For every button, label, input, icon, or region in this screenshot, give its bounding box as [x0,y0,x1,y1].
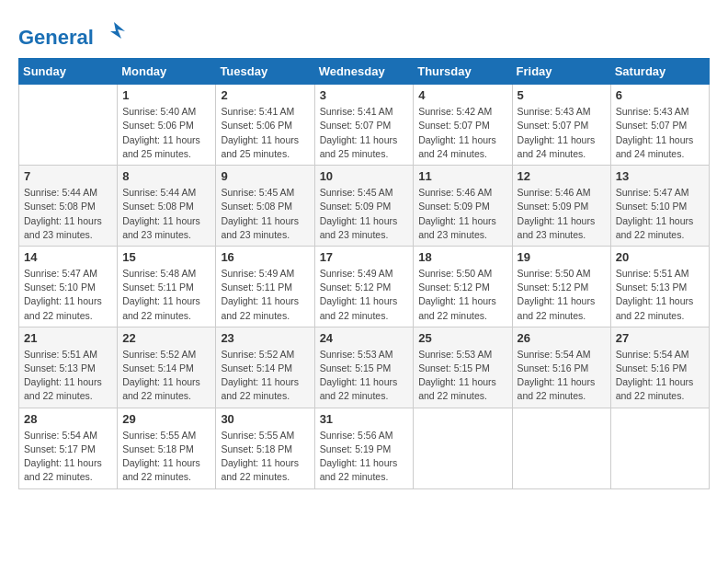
day-number: 30 [221,412,309,426]
calendar-cell: 31Sunrise: 5:56 AMSunset: 5:19 PMDayligh… [314,408,414,488]
day-info: Sunrise: 5:53 AMSunset: 5:15 PMDaylight:… [320,348,409,404]
calendar-cell: 29Sunrise: 5:55 AMSunset: 5:18 PMDayligh… [118,408,216,488]
calendar-cell [19,85,118,166]
svg-marker-0 [110,22,125,39]
day-number: 11 [418,169,506,183]
calendar-cell: 25Sunrise: 5:53 AMSunset: 5:15 PMDayligh… [414,327,512,408]
day-info: Sunrise: 5:56 AMSunset: 5:19 PMDaylight:… [320,429,409,485]
header-monday: Monday [118,59,216,85]
calendar-cell: 7Sunrise: 5:44 AMSunset: 5:08 PMDaylight… [19,166,118,247]
page-header: General [18,18,710,49]
calendar-cell: 6Sunrise: 5:43 AMSunset: 5:07 PMDaylight… [610,85,709,166]
day-info: Sunrise: 5:49 AMSunset: 5:12 PMDaylight:… [320,267,409,323]
calendar-cell: 4Sunrise: 5:42 AMSunset: 5:07 PMDaylight… [414,85,512,166]
day-info: Sunrise: 5:54 AMSunset: 5:16 PMDaylight:… [616,348,704,404]
day-info: Sunrise: 5:47 AMSunset: 5:10 PMDaylight:… [24,267,112,323]
day-number: 9 [221,169,309,183]
day-info: Sunrise: 5:51 AMSunset: 5:13 PMDaylight:… [616,267,704,323]
day-number: 31 [320,412,409,426]
calendar-cell: 22Sunrise: 5:52 AMSunset: 5:14 PMDayligh… [118,327,216,408]
header-friday: Friday [512,59,610,85]
day-number: 24 [320,331,409,345]
day-info: Sunrise: 5:45 AMSunset: 5:08 PMDaylight:… [221,186,309,242]
calendar-cell: 28Sunrise: 5:54 AMSunset: 5:17 PMDayligh… [19,408,118,488]
day-number: 8 [122,169,210,183]
header-wednesday: Wednesday [314,59,414,85]
day-info: Sunrise: 5:52 AMSunset: 5:14 PMDaylight:… [221,348,309,404]
day-info: Sunrise: 5:50 AMSunset: 5:12 PMDaylight:… [518,267,606,323]
day-number: 12 [518,169,606,183]
day-number: 19 [518,250,606,264]
day-number: 20 [616,250,704,264]
day-info: Sunrise: 5:44 AMSunset: 5:08 PMDaylight:… [122,186,210,242]
day-number: 18 [418,250,506,264]
calendar-cell [610,408,709,488]
day-number: 29 [122,412,210,426]
calendar-cell: 15Sunrise: 5:48 AMSunset: 5:11 PMDayligh… [118,246,216,327]
day-number: 25 [418,331,506,345]
calendar-cell: 12Sunrise: 5:46 AMSunset: 5:09 PMDayligh… [512,166,610,247]
day-number: 16 [221,250,309,264]
calendar-week-3: 14Sunrise: 5:47 AMSunset: 5:10 PMDayligh… [19,246,710,327]
day-info: Sunrise: 5:54 AMSunset: 5:16 PMDaylight:… [518,348,606,404]
day-info: Sunrise: 5:48 AMSunset: 5:11 PMDaylight:… [122,267,210,323]
header-thursday: Thursday [414,59,512,85]
calendar-cell: 26Sunrise: 5:54 AMSunset: 5:16 PMDayligh… [512,327,610,408]
calendar-week-2: 7Sunrise: 5:44 AMSunset: 5:08 PMDaylight… [19,166,710,247]
calendar-cell: 24Sunrise: 5:53 AMSunset: 5:15 PMDayligh… [314,327,414,408]
day-info: Sunrise: 5:55 AMSunset: 5:18 PMDaylight:… [122,429,210,485]
day-number: 27 [616,331,704,345]
calendar-header-row: SundayMondayTuesdayWednesdayThursdayFrid… [19,59,710,85]
calendar-cell: 3Sunrise: 5:41 AMSunset: 5:07 PMDaylight… [314,85,414,166]
day-info: Sunrise: 5:49 AMSunset: 5:11 PMDaylight:… [221,267,309,323]
day-info: Sunrise: 5:47 AMSunset: 5:10 PMDaylight:… [616,186,704,242]
calendar-cell: 19Sunrise: 5:50 AMSunset: 5:12 PMDayligh… [512,246,610,327]
day-info: Sunrise: 5:45 AMSunset: 5:09 PMDaylight:… [320,186,409,242]
calendar-cell: 20Sunrise: 5:51 AMSunset: 5:13 PMDayligh… [610,246,709,327]
day-number: 26 [518,331,606,345]
day-info: Sunrise: 5:52 AMSunset: 5:14 PMDaylight:… [122,348,210,404]
calendar-cell [512,408,610,488]
day-number: 15 [122,250,210,264]
calendar-cell: 9Sunrise: 5:45 AMSunset: 5:08 PMDaylight… [216,166,314,247]
day-number: 3 [320,88,409,102]
header-sunday: Sunday [19,59,118,85]
day-number: 21 [24,331,112,345]
day-number: 10 [320,169,409,183]
calendar-cell [414,408,512,488]
calendar-week-1: 1Sunrise: 5:40 AMSunset: 5:06 PMDaylight… [19,85,710,166]
day-info: Sunrise: 5:46 AMSunset: 5:09 PMDaylight:… [418,186,506,242]
calendar-cell: 17Sunrise: 5:49 AMSunset: 5:12 PMDayligh… [314,246,414,327]
day-number: 5 [518,88,606,102]
day-info: Sunrise: 5:54 AMSunset: 5:17 PMDaylight:… [24,429,112,485]
day-number: 22 [122,331,210,345]
calendar-cell: 14Sunrise: 5:47 AMSunset: 5:10 PMDayligh… [19,246,118,327]
calendar-week-4: 21Sunrise: 5:51 AMSunset: 5:13 PMDayligh… [19,327,710,408]
calendar-cell: 23Sunrise: 5:52 AMSunset: 5:14 PMDayligh… [216,327,314,408]
calendar-table: SundayMondayTuesdayWednesdayThursdayFrid… [18,58,710,488]
day-info: Sunrise: 5:42 AMSunset: 5:07 PMDaylight:… [418,105,506,161]
day-number: 17 [320,250,409,264]
day-info: Sunrise: 5:53 AMSunset: 5:15 PMDaylight:… [418,348,506,404]
day-info: Sunrise: 5:40 AMSunset: 5:06 PMDaylight:… [122,105,210,161]
logo: General [18,18,127,49]
day-number: 7 [24,169,112,183]
calendar-cell: 10Sunrise: 5:45 AMSunset: 5:09 PMDayligh… [314,166,414,247]
day-info: Sunrise: 5:55 AMSunset: 5:18 PMDaylight:… [221,429,309,485]
day-info: Sunrise: 5:41 AMSunset: 5:06 PMDaylight:… [221,105,309,161]
day-number: 4 [418,88,506,102]
header-saturday: Saturday [610,59,709,85]
calendar-cell: 18Sunrise: 5:50 AMSunset: 5:12 PMDayligh… [414,246,512,327]
calendar-cell: 13Sunrise: 5:47 AMSunset: 5:10 PMDayligh… [610,166,709,247]
day-info: Sunrise: 5:43 AMSunset: 5:07 PMDaylight:… [616,105,704,161]
logo-text: General [18,18,127,49]
day-number: 6 [616,88,704,102]
day-number: 23 [221,331,309,345]
calendar-cell: 21Sunrise: 5:51 AMSunset: 5:13 PMDayligh… [19,327,118,408]
day-info: Sunrise: 5:46 AMSunset: 5:09 PMDaylight:… [518,186,606,242]
calendar-cell: 11Sunrise: 5:46 AMSunset: 5:09 PMDayligh… [414,166,512,247]
day-number: 14 [24,250,112,264]
calendar-cell: 5Sunrise: 5:43 AMSunset: 5:07 PMDaylight… [512,85,610,166]
day-number: 28 [24,412,112,426]
logo-bird-icon [101,18,127,44]
